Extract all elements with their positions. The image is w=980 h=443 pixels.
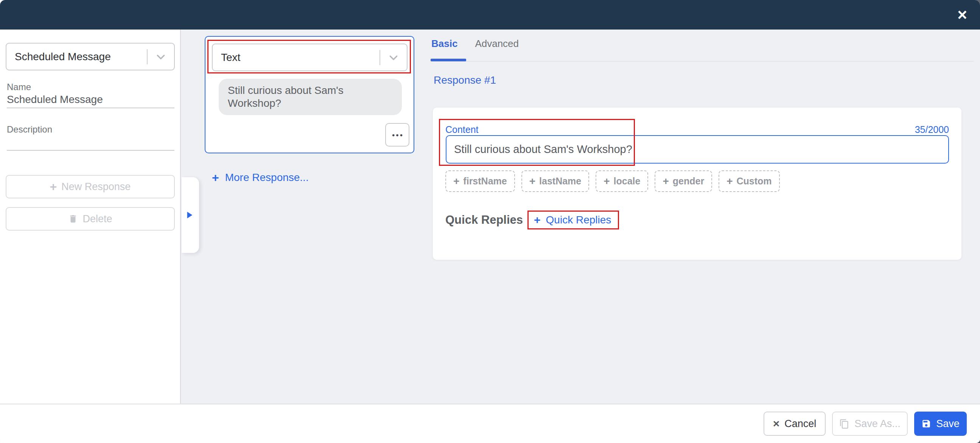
placeholder-chip-gender[interactable]: + gender [655,171,712,192]
modal-footer: × Cancel Save As... Save [0,404,980,443]
tab-advanced[interactable]: Advanced [475,38,519,49]
placeholder-chip-lastname[interactable]: + lastName [522,171,590,192]
description-input[interactable] [7,134,175,151]
new-response-button[interactable]: + New Response [6,175,175,198]
quick-replies-row: Quick Replies + Quick Replies [445,210,619,229]
modal-body: Scheduled Message Name Description + New… [0,30,980,404]
new-response-label: New Response [61,181,130,193]
chip-label: gender [673,176,704,186]
chip-label: firstName [463,176,507,186]
cancel-label: Cancel [784,418,816,430]
save-as-button[interactable]: Save As... [832,411,908,436]
tab-divider [431,61,974,62]
message-bubble: Still curious about Sam's Workshop? [219,79,402,115]
message-type-value: Scheduled Message [6,51,147,63]
plus-icon: + [50,181,57,193]
close-button[interactable]: × [953,5,971,25]
response-type-select[interactable]: Text [212,43,407,71]
plus-icon: + [212,172,219,184]
content-label: Content [445,124,479,135]
response-editor-card: Content 35/2000 + firstName + lastName +… [433,108,961,260]
save-label: Save [936,418,959,430]
plus-icon: + [534,214,541,226]
plus-icon: + [727,176,733,186]
placeholder-chip-custom[interactable]: + Custom [719,171,780,192]
sidebar-collapse-handle[interactable] [181,177,199,253]
chevron-down-icon [148,51,174,62]
trash-icon [68,214,78,224]
close-x-icon: × [773,418,780,429]
save-as-label: Save As... [854,418,900,430]
copy-icon [839,419,850,429]
char-counter: 35/2000 [915,124,949,135]
annotation-box-quick-replies: + Quick Replies [527,210,619,229]
add-quick-replies-label: Quick Replies [546,214,611,226]
content-input[interactable] [446,135,949,164]
tab-bar: Basic Advanced [431,38,519,49]
sidebar: Scheduled Message Name Description + New… [0,30,181,404]
scheduled-message-modal: × Scheduled Message Name Description + N… [0,0,980,443]
response-preview-card[interactable]: Text Still curious about Sam's Workshop?… [205,36,414,153]
placeholder-chip-firstname[interactable]: + firstName [445,171,515,192]
save-floppy-icon [921,419,931,429]
response-type-value: Text [213,51,380,64]
name-label: Name [7,82,31,92]
plus-icon: + [663,176,668,186]
chip-label: locale [614,176,641,186]
delete-button[interactable]: Delete [6,207,175,231]
main-panel: Text Still curious about Sam's Workshop?… [181,30,980,404]
ellipsis-icon: ••• [391,131,404,139]
tab-basic[interactable]: Basic [431,38,457,49]
response-title-link[interactable]: Response #1 [434,74,496,86]
close-icon: × [957,5,967,24]
more-response-link[interactable]: + More Response... [212,172,309,184]
add-quick-replies-button[interactable]: + Quick Replies [528,212,618,228]
active-tab-indicator [431,59,466,61]
placeholder-chip-locale[interactable]: + locale [595,171,648,192]
name-input[interactable] [7,92,175,108]
cancel-button[interactable]: × Cancel [764,411,826,436]
message-type-select[interactable]: Scheduled Message [6,43,175,70]
plus-icon: + [603,176,609,186]
description-label: Description [7,124,52,135]
chip-label: Custom [737,176,772,186]
plus-icon: + [529,176,535,186]
modal-header: × [0,0,980,30]
delete-label: Delete [83,213,112,225]
chip-label: lastName [539,176,581,186]
message-options-button[interactable]: ••• [385,123,409,147]
more-response-label: More Response... [225,172,309,184]
placeholder-chips: + firstName + lastName + locale + gender [445,171,780,192]
save-button[interactable]: Save [914,411,967,436]
triangle-right-icon [186,211,193,219]
chevron-down-icon [380,52,407,63]
plus-icon: + [453,176,459,186]
quick-replies-heading: Quick Replies [445,213,523,227]
